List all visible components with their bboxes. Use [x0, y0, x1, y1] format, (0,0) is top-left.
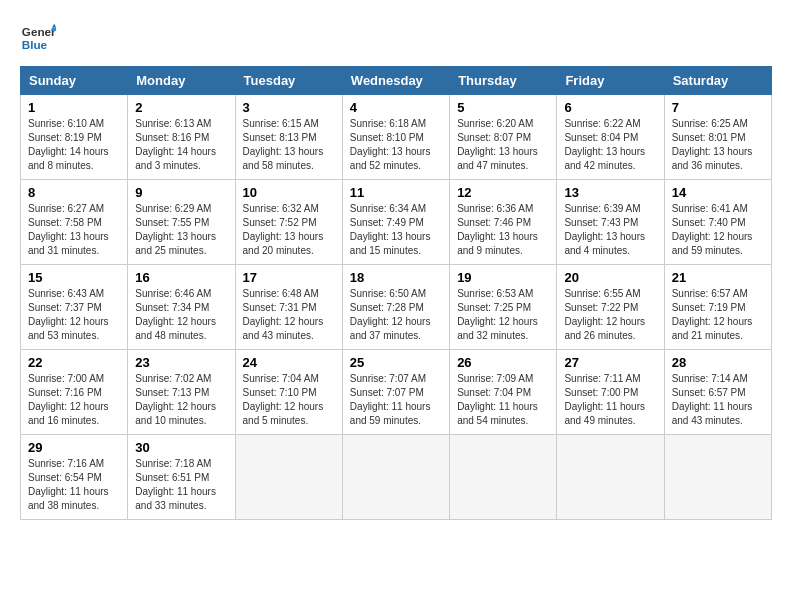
- calendar-cell: 24Sunrise: 7:04 AMSunset: 7:10 PMDayligh…: [235, 350, 342, 435]
- day-number: 24: [243, 355, 335, 370]
- day-info: Sunrise: 7:04 AMSunset: 7:10 PMDaylight:…: [243, 372, 335, 428]
- calendar-cell: 8Sunrise: 6:27 AMSunset: 7:58 PMDaylight…: [21, 180, 128, 265]
- day-info: Sunrise: 6:18 AMSunset: 8:10 PMDaylight:…: [350, 117, 442, 173]
- calendar-row: 8Sunrise: 6:27 AMSunset: 7:58 PMDaylight…: [21, 180, 772, 265]
- calendar-cell: 28Sunrise: 7:14 AMSunset: 6:57 PMDayligh…: [664, 350, 771, 435]
- day-number: 2: [135, 100, 227, 115]
- calendar-cell: 29Sunrise: 7:16 AMSunset: 6:54 PMDayligh…: [21, 435, 128, 520]
- day-number: 13: [564, 185, 656, 200]
- day-info: Sunrise: 7:07 AMSunset: 7:07 PMDaylight:…: [350, 372, 442, 428]
- day-info: Sunrise: 6:22 AMSunset: 8:04 PMDaylight:…: [564, 117, 656, 173]
- day-info: Sunrise: 6:36 AMSunset: 7:46 PMDaylight:…: [457, 202, 549, 258]
- day-number: 4: [350, 100, 442, 115]
- day-of-week-header: Monday: [128, 67, 235, 95]
- day-number: 18: [350, 270, 442, 285]
- day-number: 9: [135, 185, 227, 200]
- day-number: 30: [135, 440, 227, 455]
- page-header: General Blue: [20, 20, 772, 56]
- day-number: 27: [564, 355, 656, 370]
- logo: General Blue: [20, 20, 56, 56]
- calendar-cell: 16Sunrise: 6:46 AMSunset: 7:34 PMDayligh…: [128, 265, 235, 350]
- day-info: Sunrise: 6:50 AMSunset: 7:28 PMDaylight:…: [350, 287, 442, 343]
- calendar-cell: 27Sunrise: 7:11 AMSunset: 7:00 PMDayligh…: [557, 350, 664, 435]
- day-number: 5: [457, 100, 549, 115]
- day-info: Sunrise: 6:39 AMSunset: 7:43 PMDaylight:…: [564, 202, 656, 258]
- day-number: 22: [28, 355, 120, 370]
- day-info: Sunrise: 7:00 AMSunset: 7:16 PMDaylight:…: [28, 372, 120, 428]
- calendar-cell: 13Sunrise: 6:39 AMSunset: 7:43 PMDayligh…: [557, 180, 664, 265]
- calendar-table: SundayMondayTuesdayWednesdayThursdayFrid…: [20, 66, 772, 520]
- calendar-cell: 23Sunrise: 7:02 AMSunset: 7:13 PMDayligh…: [128, 350, 235, 435]
- day-info: Sunrise: 6:15 AMSunset: 8:13 PMDaylight:…: [243, 117, 335, 173]
- day-of-week-header: Friday: [557, 67, 664, 95]
- calendar-cell: 12Sunrise: 6:36 AMSunset: 7:46 PMDayligh…: [450, 180, 557, 265]
- day-number: 21: [672, 270, 764, 285]
- day-number: 12: [457, 185, 549, 200]
- calendar-cell: 5Sunrise: 6:20 AMSunset: 8:07 PMDaylight…: [450, 95, 557, 180]
- day-info: Sunrise: 6:48 AMSunset: 7:31 PMDaylight:…: [243, 287, 335, 343]
- day-info: Sunrise: 6:25 AMSunset: 8:01 PMDaylight:…: [672, 117, 764, 173]
- calendar-cell: 11Sunrise: 6:34 AMSunset: 7:49 PMDayligh…: [342, 180, 449, 265]
- day-number: 11: [350, 185, 442, 200]
- day-number: 20: [564, 270, 656, 285]
- day-number: 8: [28, 185, 120, 200]
- calendar-cell: 17Sunrise: 6:48 AMSunset: 7:31 PMDayligh…: [235, 265, 342, 350]
- day-info: Sunrise: 7:16 AMSunset: 6:54 PMDaylight:…: [28, 457, 120, 513]
- day-number: 26: [457, 355, 549, 370]
- calendar-cell: 6Sunrise: 6:22 AMSunset: 8:04 PMDaylight…: [557, 95, 664, 180]
- day-of-week-header: Sunday: [21, 67, 128, 95]
- day-info: Sunrise: 6:34 AMSunset: 7:49 PMDaylight:…: [350, 202, 442, 258]
- calendar-row: 22Sunrise: 7:00 AMSunset: 7:16 PMDayligh…: [21, 350, 772, 435]
- day-info: Sunrise: 6:29 AMSunset: 7:55 PMDaylight:…: [135, 202, 227, 258]
- day-info: Sunrise: 6:41 AMSunset: 7:40 PMDaylight:…: [672, 202, 764, 258]
- svg-text:Blue: Blue: [22, 38, 48, 51]
- calendar-cell: 22Sunrise: 7:00 AMSunset: 7:16 PMDayligh…: [21, 350, 128, 435]
- calendar-cell: 18Sunrise: 6:50 AMSunset: 7:28 PMDayligh…: [342, 265, 449, 350]
- logo-icon: General Blue: [20, 20, 56, 56]
- day-info: Sunrise: 6:46 AMSunset: 7:34 PMDaylight:…: [135, 287, 227, 343]
- day-number: 25: [350, 355, 442, 370]
- calendar-cell: 20Sunrise: 6:55 AMSunset: 7:22 PMDayligh…: [557, 265, 664, 350]
- calendar-cell: 26Sunrise: 7:09 AMSunset: 7:04 PMDayligh…: [450, 350, 557, 435]
- day-number: 10: [243, 185, 335, 200]
- calendar-cell: 4Sunrise: 6:18 AMSunset: 8:10 PMDaylight…: [342, 95, 449, 180]
- calendar-cell: 10Sunrise: 6:32 AMSunset: 7:52 PMDayligh…: [235, 180, 342, 265]
- calendar-cell: 25Sunrise: 7:07 AMSunset: 7:07 PMDayligh…: [342, 350, 449, 435]
- day-info: Sunrise: 6:10 AMSunset: 8:19 PMDaylight:…: [28, 117, 120, 173]
- calendar-cell: 9Sunrise: 6:29 AMSunset: 7:55 PMDaylight…: [128, 180, 235, 265]
- calendar-cell: [557, 435, 664, 520]
- day-of-week-header: Saturday: [664, 67, 771, 95]
- calendar-row: 1Sunrise: 6:10 AMSunset: 8:19 PMDaylight…: [21, 95, 772, 180]
- day-info: Sunrise: 6:27 AMSunset: 7:58 PMDaylight:…: [28, 202, 120, 258]
- day-info: Sunrise: 6:55 AMSunset: 7:22 PMDaylight:…: [564, 287, 656, 343]
- header-row: SundayMondayTuesdayWednesdayThursdayFrid…: [21, 67, 772, 95]
- day-number: 14: [672, 185, 764, 200]
- day-info: Sunrise: 7:02 AMSunset: 7:13 PMDaylight:…: [135, 372, 227, 428]
- day-info: Sunrise: 6:57 AMSunset: 7:19 PMDaylight:…: [672, 287, 764, 343]
- day-info: Sunrise: 6:13 AMSunset: 8:16 PMDaylight:…: [135, 117, 227, 173]
- day-number: 29: [28, 440, 120, 455]
- calendar-row: 15Sunrise: 6:43 AMSunset: 7:37 PMDayligh…: [21, 265, 772, 350]
- day-info: Sunrise: 6:32 AMSunset: 7:52 PMDaylight:…: [243, 202, 335, 258]
- calendar-cell: [664, 435, 771, 520]
- calendar-row: 29Sunrise: 7:16 AMSunset: 6:54 PMDayligh…: [21, 435, 772, 520]
- day-info: Sunrise: 6:43 AMSunset: 7:37 PMDaylight:…: [28, 287, 120, 343]
- day-of-week-header: Wednesday: [342, 67, 449, 95]
- day-number: 16: [135, 270, 227, 285]
- svg-text:General: General: [22, 25, 56, 38]
- day-info: Sunrise: 7:18 AMSunset: 6:51 PMDaylight:…: [135, 457, 227, 513]
- day-info: Sunrise: 6:20 AMSunset: 8:07 PMDaylight:…: [457, 117, 549, 173]
- calendar-cell: 19Sunrise: 6:53 AMSunset: 7:25 PMDayligh…: [450, 265, 557, 350]
- day-number: 7: [672, 100, 764, 115]
- calendar-cell: 1Sunrise: 6:10 AMSunset: 8:19 PMDaylight…: [21, 95, 128, 180]
- calendar-cell: [450, 435, 557, 520]
- day-number: 15: [28, 270, 120, 285]
- day-info: Sunrise: 7:14 AMSunset: 6:57 PMDaylight:…: [672, 372, 764, 428]
- day-of-week-header: Tuesday: [235, 67, 342, 95]
- day-number: 17: [243, 270, 335, 285]
- calendar-cell: 7Sunrise: 6:25 AMSunset: 8:01 PMDaylight…: [664, 95, 771, 180]
- calendar-cell: 21Sunrise: 6:57 AMSunset: 7:19 PMDayligh…: [664, 265, 771, 350]
- day-number: 1: [28, 100, 120, 115]
- calendar-cell: 15Sunrise: 6:43 AMSunset: 7:37 PMDayligh…: [21, 265, 128, 350]
- day-info: Sunrise: 6:53 AMSunset: 7:25 PMDaylight:…: [457, 287, 549, 343]
